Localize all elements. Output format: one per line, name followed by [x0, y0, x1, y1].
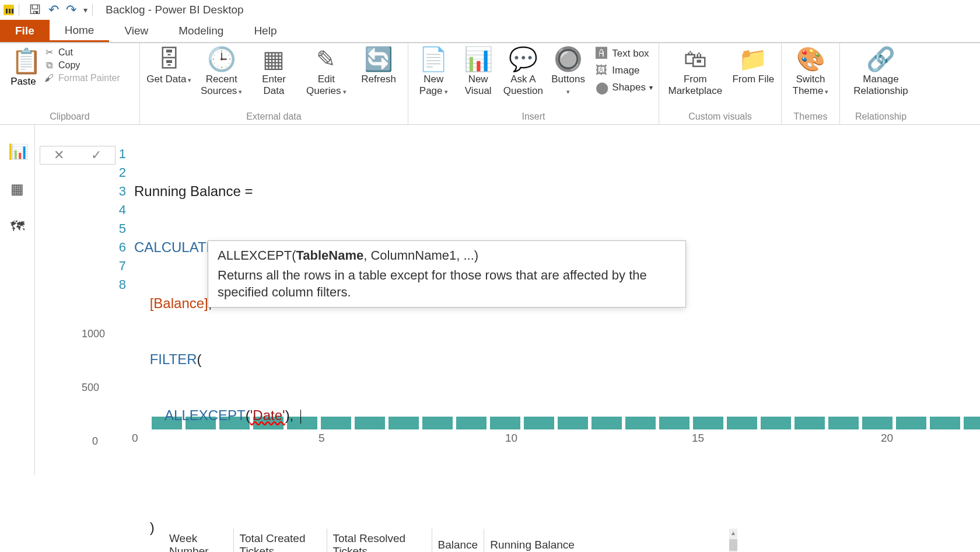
table-header[interactable]: Running Balance — [484, 529, 630, 552]
from-file-button[interactable]: 📁From File — [732, 47, 775, 85]
data-view-icon[interactable]: ▦ — [9, 181, 26, 197]
group-label-clipboard: Clipboard — [6, 110, 134, 123]
copy-icon: ⧉ — [43, 60, 55, 71]
menu-file[interactable]: File — [0, 20, 50, 42]
menu-help[interactable]: Help — [239, 20, 292, 42]
shapes-icon: ⬤ — [596, 81, 608, 95]
y-tick: 500 — [82, 382, 99, 394]
folder-icon: 📁 — [739, 47, 767, 71]
group-label-insert: Insert — [414, 110, 653, 123]
switch-theme-button[interactable]: 🎨Switch Theme — [788, 47, 834, 96]
model-view-icon[interactable]: 🗺 — [9, 218, 26, 235]
commit-formula-icon[interactable]: ✓ — [91, 148, 102, 163]
x-tick: 15 — [692, 432, 704, 445]
undo-icon[interactable]: ↶ — [48, 2, 59, 18]
y-tick: 1000 — [82, 328, 105, 340]
menu-bar: File Home View Modeling Help — [0, 20, 980, 43]
edit-queries-button[interactable]: ✎Edit Queries — [303, 47, 349, 96]
ask-question-button[interactable]: 💬Ask A Question — [503, 47, 543, 96]
shapes-button[interactable]: ⬤Shapes ▾ — [596, 81, 653, 95]
clock-icon: 🕒 — [208, 47, 236, 71]
chart-icon: 📊 — [464, 47, 492, 71]
view-strip: 📊 ▦ 🗺 — [0, 125, 35, 475]
speech-icon: 💬 — [509, 47, 537, 71]
page-icon: 📄 — [419, 47, 447, 71]
paste-button[interactable]: 📋 Paste — [6, 47, 41, 88]
menu-modeling[interactable]: Modeling — [163, 20, 239, 42]
table-header[interactable]: Balance — [432, 529, 484, 552]
recent-sources-button[interactable]: 🕒Recent Sources — [198, 47, 245, 96]
copy-button[interactable]: ⧉Copy — [43, 60, 120, 71]
group-label-themes: Themes — [788, 110, 834, 123]
app-icon — [4, 5, 14, 15]
menu-view[interactable]: View — [109, 20, 163, 42]
from-marketplace-button[interactable]: 🛍From Marketplace — [665, 47, 726, 96]
redo-icon[interactable]: ↷ — [66, 2, 76, 18]
scissors-icon: ✂ — [43, 47, 55, 58]
pencil-icon: ✎ — [312, 47, 340, 71]
x-tick: 5 — [318, 432, 325, 445]
table-scrollbar[interactable]: ▴ ▾ — [729, 529, 737, 552]
group-label-external: External data — [146, 110, 402, 123]
palette-icon: 🎨 — [797, 47, 825, 71]
enter-data-button[interactable]: ▦Enter Data — [251, 47, 298, 96]
window-title: Backlog - Power BI Desktop — [106, 4, 244, 16]
cut-button[interactable]: ✂Cut — [43, 47, 120, 58]
menu-home[interactable]: Home — [50, 20, 110, 42]
marketplace-icon: 🛍 — [681, 47, 709, 71]
save-icon[interactable]: 🖫 — [29, 2, 41, 18]
refresh-icon: 🔄 — [365, 47, 393, 71]
cancel-formula-icon[interactable]: ✕ — [54, 148, 64, 163]
manage-relationships-button[interactable]: 🔗Manage Relationship — [846, 47, 916, 96]
intellisense-tooltip: ALLEXCEPT(TableName, ColumnName1, ...) R… — [208, 240, 686, 308]
line-gutter: 1234 5678 — [117, 145, 128, 294]
text-box-button[interactable]: 🅰Text box — [596, 47, 653, 60]
database-icon: 🗄 — [155, 47, 183, 71]
x-tick: 10 — [505, 432, 517, 445]
table-header[interactable]: Total Resolved Tickets — [327, 529, 432, 552]
group-label-custom: Custom visuals — [665, 110, 775, 123]
get-data-button[interactable]: 🗄Get Data — [146, 47, 192, 85]
ribbon: 📋 Paste ✂Cut ⧉Copy 🖌Format Painter Clipb… — [0, 43, 980, 125]
relations-icon: 🔗 — [867, 47, 895, 71]
brush-icon: 🖌 — [43, 73, 55, 83]
refresh-button[interactable]: 🔄Refresh — [355, 47, 402, 85]
y-tick: 0 — [92, 435, 98, 448]
textbox-icon: 🅰 — [596, 47, 608, 60]
clipboard-icon: 📋 — [11, 47, 36, 76]
image-icon: 🖼 — [596, 64, 608, 77]
report-view-icon[interactable]: 📊 — [9, 144, 26, 160]
group-label-rel: Relationship — [846, 110, 916, 123]
image-button[interactable]: 🖼Image — [596, 64, 653, 77]
x-tick: 20 — [881, 432, 893, 445]
format-painter-button[interactable]: 🖌Format Painter — [43, 73, 120, 83]
grid-icon: ▦ — [260, 47, 288, 71]
new-visual-button[interactable]: 📊New Visual — [459, 47, 497, 96]
button-icon: 🔘 — [554, 47, 582, 71]
title-bar: 🖫 ↶ ↷ ▾ Backlog - Power BI Desktop — [0, 0, 980, 20]
qat-dropdown-icon[interactable]: ▾ — [83, 5, 88, 15]
new-page-button[interactable]: 📄New Page — [414, 47, 453, 96]
dax-editor[interactable]: Running Balance = CALCULATE( [Balance], … — [134, 145, 301, 552]
buttons-button[interactable]: 🔘Buttons — [549, 47, 587, 96]
